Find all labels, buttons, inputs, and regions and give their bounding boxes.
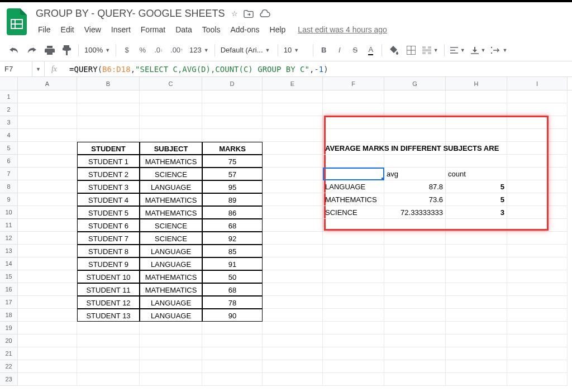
paint-format-button[interactable] bbox=[59, 42, 75, 58]
cell[interactable]: 90 bbox=[202, 309, 263, 322]
cell[interactable] bbox=[263, 360, 323, 373]
cell[interactable] bbox=[384, 129, 446, 142]
cell[interactable]: LANGUAGE bbox=[140, 245, 202, 257]
decimal-increase-button[interactable]: .00↑ bbox=[167, 42, 186, 58]
cell[interactable] bbox=[202, 129, 263, 142]
cell[interactable] bbox=[77, 103, 140, 116]
cell[interactable] bbox=[446, 257, 507, 270]
cell[interactable] bbox=[202, 373, 263, 386]
cell[interactable] bbox=[507, 347, 568, 360]
row-header[interactable]: 21 bbox=[0, 347, 18, 360]
sheets-logo[interactable] bbox=[6, 7, 28, 37]
last-edit-link[interactable]: Last edit was 4 hours ago bbox=[298, 25, 387, 34]
menu-edit[interactable]: Edit bbox=[56, 23, 79, 36]
cell[interactable] bbox=[18, 129, 77, 142]
cell[interactable] bbox=[263, 219, 323, 232]
cell[interactable] bbox=[323, 270, 384, 283]
cell[interactable] bbox=[507, 334, 568, 347]
wrap-button[interactable]: ▼ bbox=[489, 46, 509, 55]
cell[interactable] bbox=[384, 103, 446, 116]
cell[interactable]: MATHEMATICS bbox=[140, 193, 202, 206]
cell[interactable]: STUDENT 12 bbox=[77, 296, 140, 309]
cell[interactable] bbox=[263, 116, 323, 129]
cell[interactable] bbox=[384, 257, 446, 270]
cell[interactable] bbox=[140, 129, 202, 142]
cell[interactable] bbox=[446, 283, 507, 296]
cloud-icon[interactable] bbox=[259, 9, 270, 18]
cell[interactable] bbox=[202, 322, 263, 334]
cell[interactable]: LANGUAGE bbox=[323, 180, 384, 193]
cell[interactable] bbox=[446, 270, 507, 283]
cell[interactable]: STUDENT 5 bbox=[77, 206, 140, 219]
cell[interactable]: MARKS bbox=[202, 142, 263, 155]
cell[interactable] bbox=[323, 296, 384, 309]
cell[interactable]: 87.8 bbox=[384, 180, 446, 193]
cell[interactable] bbox=[263, 129, 323, 142]
cell[interactable]: MATHEMATICS bbox=[140, 155, 202, 168]
cell[interactable] bbox=[384, 334, 446, 347]
cell[interactable]: 73.6 bbox=[384, 193, 446, 206]
cell[interactable]: LANGUAGE bbox=[140, 296, 202, 309]
menu-data[interactable]: Data bbox=[171, 23, 197, 36]
menu-format[interactable]: Format bbox=[136, 23, 170, 36]
cell[interactable] bbox=[77, 360, 140, 373]
row-header[interactable]: 19 bbox=[0, 322, 18, 334]
cell[interactable] bbox=[507, 296, 568, 309]
cell[interactable]: STUDENT 3 bbox=[77, 180, 140, 193]
cell[interactable]: AVERAGE MARKS IN DIFFERENT SUBJECTS ARE bbox=[323, 142, 384, 155]
row-header[interactable]: 7 bbox=[0, 168, 18, 180]
cell[interactable] bbox=[507, 219, 568, 232]
cell[interactable] bbox=[77, 116, 140, 129]
cell[interactable] bbox=[263, 257, 323, 270]
col-header[interactable]: D bbox=[202, 77, 263, 90]
cell[interactable] bbox=[446, 373, 507, 386]
cell[interactable] bbox=[446, 90, 507, 103]
cell[interactable] bbox=[507, 168, 568, 180]
cell[interactable] bbox=[140, 334, 202, 347]
menu-file[interactable]: File bbox=[34, 23, 55, 36]
cell[interactable] bbox=[507, 360, 568, 373]
cell[interactable]: STUDENT 9 bbox=[77, 257, 140, 270]
cell[interactable] bbox=[384, 347, 446, 360]
cell[interactable] bbox=[263, 347, 323, 360]
spreadsheet-grid[interactable]: A B C D E F G H I 12345STUDENTSUBJECTMAR… bbox=[0, 77, 572, 386]
cell[interactable] bbox=[384, 155, 446, 168]
row-header[interactable]: 5 bbox=[0, 142, 18, 155]
cell[interactable]: STUDENT 10 bbox=[77, 270, 140, 283]
cell[interactable] bbox=[446, 103, 507, 116]
col-header[interactable]: B bbox=[77, 77, 140, 90]
row-header[interactable]: 14 bbox=[0, 257, 18, 270]
number-format-select[interactable]: 123▼ bbox=[187, 45, 211, 55]
row-header[interactable]: 1 bbox=[0, 90, 18, 103]
cell[interactable] bbox=[18, 142, 77, 155]
cell[interactable] bbox=[263, 90, 323, 103]
cell[interactable] bbox=[323, 309, 384, 322]
cell[interactable]: 92 bbox=[202, 232, 263, 245]
cell[interactable]: 5 bbox=[446, 180, 507, 193]
cell[interactable] bbox=[18, 245, 77, 257]
font-select[interactable]: Default (Ari...▼ bbox=[218, 45, 274, 55]
fill-color-button[interactable] bbox=[385, 42, 402, 58]
row-header[interactable]: 3 bbox=[0, 116, 18, 129]
v-align-button[interactable]: ▼ bbox=[469, 45, 488, 55]
cell[interactable] bbox=[263, 373, 323, 386]
merge-button[interactable]: ▼ bbox=[420, 45, 441, 55]
borders-button[interactable] bbox=[403, 42, 419, 58]
row-header[interactable]: 18 bbox=[0, 309, 18, 322]
cell[interactable]: MATHEMATICS bbox=[140, 270, 202, 283]
cell[interactable]: SCIENCE bbox=[140, 232, 202, 245]
font-size-select[interactable]: 10▼ bbox=[282, 45, 309, 55]
cell[interactable]: STUDENT 1 bbox=[77, 155, 140, 168]
cell[interactable] bbox=[263, 206, 323, 219]
cell[interactable] bbox=[140, 116, 202, 129]
cell[interactable]: 78 bbox=[202, 296, 263, 309]
col-header[interactable]: F bbox=[323, 77, 384, 90]
cell[interactable] bbox=[323, 155, 384, 168]
col-header[interactable]: C bbox=[140, 77, 202, 90]
cell[interactable] bbox=[202, 103, 263, 116]
cell[interactable] bbox=[507, 309, 568, 322]
cell[interactable] bbox=[263, 309, 323, 322]
cell[interactable] bbox=[140, 322, 202, 334]
cell[interactable] bbox=[507, 283, 568, 296]
cell[interactable] bbox=[507, 206, 568, 219]
